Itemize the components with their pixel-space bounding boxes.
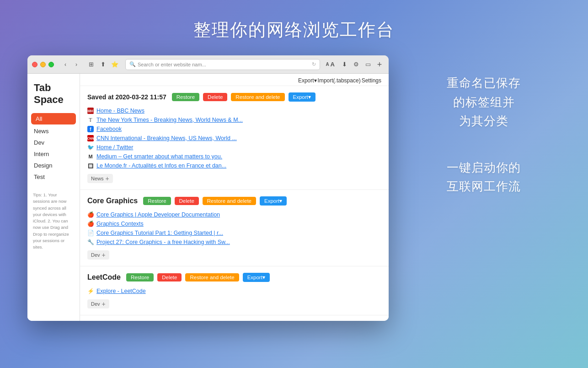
download-icon[interactable]: ⬇ bbox=[339, 60, 349, 70]
tab-link[interactable]: Facebook bbox=[96, 126, 122, 132]
top-actions: Export▾ Import(.tabspace) Settings bbox=[80, 74, 389, 86]
apple-favicon: 🍎 bbox=[87, 221, 94, 227]
delete-button-1[interactable]: Delete bbox=[203, 93, 227, 101]
tab-link[interactable]: Core Graphics | Apple Developer Document… bbox=[96, 211, 220, 218]
share-icon[interactable]: ⬆ bbox=[98, 60, 108, 70]
export-button-2[interactable]: Export▾ bbox=[260, 196, 287, 206]
restore-button-1[interactable]: Restore bbox=[172, 93, 199, 101]
sidebar-item-test[interactable]: Test bbox=[27, 171, 80, 183]
right-block-2: 一键启动你的互联网工作流 bbox=[416, 158, 551, 196]
session-tag-2[interactable]: Dev + bbox=[87, 250, 109, 260]
tab-list-2: 🍎 Core Graphics | Apple Developer Docume… bbox=[87, 210, 381, 247]
restore-button-2[interactable]: Restore bbox=[143, 197, 171, 205]
tab-link[interactable]: Project 27: Core Graphics - a free Hacki… bbox=[96, 239, 230, 245]
delete-button-2[interactable]: Delete bbox=[175, 197, 199, 205]
export-button-1[interactable]: Export▾ bbox=[289, 92, 315, 102]
bookmarks-icon[interactable]: ⭐ bbox=[110, 60, 120, 70]
restore-delete-button-2[interactable]: Restore and delete bbox=[203, 197, 256, 205]
raywenderlich-favicon: 📄 bbox=[87, 230, 94, 236]
twitter-favicon: 🐦 bbox=[87, 144, 94, 151]
session-header-1: Saved at 2020-03-22 11:57 Restore Delete… bbox=[87, 92, 381, 102]
tab-link[interactable]: The New York Times - Breaking News, Worl… bbox=[96, 117, 243, 123]
sidebar-toggle-icon[interactable]: ▭ bbox=[363, 60, 373, 70]
font-small[interactable]: A bbox=[326, 62, 329, 67]
restore-delete-button-3[interactable]: Restore and delete bbox=[185, 273, 239, 281]
tab-item: 🔲 Le Monde.fr - Actualités et Infos en F… bbox=[87, 161, 381, 170]
right-toolbar: ⬇ ⚙ ▭ + bbox=[339, 60, 384, 70]
tab-item: CNN CNN International - Breaking News, U… bbox=[87, 134, 381, 143]
font-large[interactable]: A bbox=[331, 61, 335, 68]
sidebar-item-design[interactable]: Design bbox=[27, 160, 80, 171]
facebook-favicon: f bbox=[87, 126, 94, 132]
session-date-1: Saved at 2020-03-22 11:57 bbox=[87, 93, 166, 101]
tab-item: M Medium – Get smarter about what matter… bbox=[87, 152, 381, 161]
tab-overview-icon[interactable]: ⊞ bbox=[86, 60, 96, 70]
sidebar-item-dev[interactable]: Dev bbox=[27, 137, 80, 148]
main-content: Export▾ Import(.tabspace) Settings Saved… bbox=[80, 74, 389, 321]
tab-link[interactable]: Core Graphics Tutorial Part 1: Getting S… bbox=[96, 230, 223, 236]
tab-item: 📄 Core Graphics Tutorial Part 1: Getting… bbox=[87, 228, 381, 238]
session-header-3: LeetCode Restore Delete Restore and dele… bbox=[87, 273, 381, 282]
maximize-icon[interactable] bbox=[48, 62, 54, 67]
session-group-2: Core Graphics Restore Delete Restore and… bbox=[80, 190, 389, 266]
minimize-icon[interactable] bbox=[40, 62, 46, 67]
sidebar: Tab Space All News Dev Intern Design Tes… bbox=[27, 74, 80, 321]
right-text-1: 重命名已保存的标签组并为其分类 bbox=[416, 74, 551, 131]
tab-item: ⚡ Explore - LeetCode bbox=[87, 287, 381, 296]
tab-item: 🔧 Project 27: Core Graphics - a free Hac… bbox=[87, 238, 381, 247]
forward-button[interactable]: › bbox=[71, 60, 81, 70]
add-tag-icon[interactable]: + bbox=[102, 251, 106, 259]
export-button-3[interactable]: Export▾ bbox=[243, 273, 270, 282]
nav-buttons: ‹ › bbox=[60, 60, 81, 70]
medium-favicon: M bbox=[87, 153, 94, 160]
leetcode-favicon: ⚡ bbox=[87, 288, 94, 294]
session-tag-3[interactable]: Dev + bbox=[87, 299, 109, 308]
title-bar: ‹ › ⊞ ⬆ ⭐ 🔍 Search or enter website nam.… bbox=[27, 55, 389, 74]
tab-link[interactable]: CNN International - Breaking News, US Ne… bbox=[96, 135, 237, 141]
cnn-favicon: CNN bbox=[87, 135, 94, 141]
right-block-1: 重命名已保存的标签组并为其分类 bbox=[416, 74, 551, 131]
tab-link[interactable]: Le Monde.fr - Actualités et Infos en Fra… bbox=[96, 162, 226, 169]
tab-link[interactable]: Home / Twitter bbox=[96, 144, 133, 151]
tab-list-1: BBC Home - BBC News 𝕋 The New York Times… bbox=[87, 106, 381, 170]
session-header-2: Core Graphics Restore Delete Restore and… bbox=[87, 196, 381, 206]
tab-item: 𝕋 The New York Times - Breaking News, Wo… bbox=[87, 115, 381, 124]
tab-item: BBC Home - BBC News bbox=[87, 106, 381, 115]
close-icon[interactable] bbox=[32, 62, 37, 67]
restore-delete-button-1[interactable]: Restore and delete bbox=[231, 93, 284, 101]
tab-link[interactable]: Graphics Contexts bbox=[96, 221, 144, 227]
tab-link[interactable]: Explore - LeetCode bbox=[96, 288, 146, 294]
bbc-favicon: BBC bbox=[87, 108, 94, 114]
sidebar-item-all[interactable]: All bbox=[31, 113, 76, 124]
settings-icon[interactable]: ⚙ bbox=[351, 60, 361, 70]
delete-button-3[interactable]: Delete bbox=[157, 273, 182, 281]
add-tag-icon[interactable]: + bbox=[102, 300, 106, 308]
session-group-1: Saved at 2020-03-22 11:57 Restore Delete… bbox=[80, 86, 389, 190]
tab-link[interactable]: Home - BBC News bbox=[96, 108, 144, 114]
session-group-3: LeetCode Restore Delete Restore and dele… bbox=[80, 266, 389, 315]
tab-link[interactable]: Medium – Get smarter about what matters … bbox=[96, 153, 222, 160]
sidebar-item-news[interactable]: News bbox=[27, 125, 80, 137]
apple-favicon: 🍎 bbox=[87, 211, 94, 218]
address-bar-text: Search or enter website nam... bbox=[138, 62, 310, 67]
sidebar-item-intern[interactable]: Intern bbox=[27, 148, 80, 160]
back-button[interactable]: ‹ bbox=[60, 60, 70, 70]
import-link[interactable]: Import(.tabspace) bbox=[318, 77, 361, 84]
add-tag-icon[interactable]: + bbox=[106, 175, 109, 182]
sidebar-tips: Tips: 1. Your sessions are now synced ac… bbox=[27, 187, 80, 255]
restore-button-3[interactable]: Restore bbox=[126, 273, 154, 281]
tab-item: 🍎 Graphics Contexts bbox=[87, 219, 381, 228]
tag-label: Dev bbox=[91, 301, 100, 307]
tab-item: 🐦 Home / Twitter bbox=[87, 143, 381, 152]
session-tag-1[interactable]: News + bbox=[87, 174, 113, 183]
address-bar[interactable]: 🔍 Search or enter website nam... ↻ bbox=[125, 59, 320, 70]
session-name-2: Core Graphics bbox=[87, 197, 138, 205]
export-link[interactable]: Export▾ bbox=[298, 77, 317, 84]
browser-content: Tab Space All News Dev Intern Design Tes… bbox=[27, 74, 389, 321]
nyt-favicon: 𝕋 bbox=[87, 117, 94, 123]
lemonde-favicon: 🔲 bbox=[87, 162, 94, 169]
tag-label: Dev bbox=[91, 252, 100, 258]
new-tab-button[interactable]: + bbox=[375, 60, 384, 69]
settings-link[interactable]: Settings bbox=[362, 77, 381, 84]
tab-list-3: ⚡ Explore - LeetCode bbox=[87, 287, 381, 296]
